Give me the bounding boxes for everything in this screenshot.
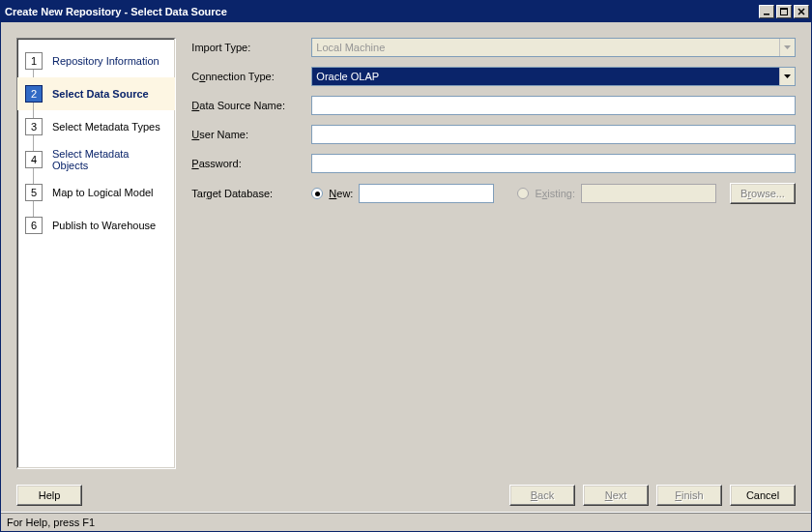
steps-sidebar: 1 Repository Information 2 Select Data S… — [16, 38, 176, 469]
connection-type-label: Connection Type: — [191, 71, 311, 82]
svg-rect-0 — [764, 14, 769, 15]
user-name-input[interactable] — [311, 125, 796, 144]
finish-button: Finish — [656, 485, 722, 506]
password-input[interactable] — [311, 154, 796, 173]
existing-db-input — [581, 184, 716, 203]
step-select-data-source[interactable]: 2 Select Data Source — [17, 77, 175, 110]
import-type-select: Local Machine — [311, 38, 796, 57]
connection-type-select[interactable]: Oracle OLAP — [311, 67, 796, 86]
help-button[interactable]: Help — [16, 485, 82, 506]
cancel-button[interactable]: Cancel — [730, 485, 796, 506]
titlebar: Create New Repository - Select Data Sour… — [1, 1, 811, 22]
form-panel: Import Type: Local Machine Connection Ty… — [191, 38, 796, 469]
button-bar: Help Back Next Finish Cancel — [1, 485, 811, 512]
data-source-name-label: Data Source Name: — [191, 100, 311, 111]
new-radio-label: New: — [329, 188, 353, 199]
step-label: Map to Logical Model — [52, 187, 154, 198]
connection-type-value: Oracle OLAP — [312, 68, 779, 85]
user-name-label: User Name: — [191, 129, 311, 140]
svg-rect-2 — [781, 9, 788, 11]
target-database-label: Target Database: — [191, 188, 311, 199]
new-radio[interactable] — [311, 188, 323, 199]
step-number: 3 — [25, 118, 43, 135]
step-number: 5 — [25, 184, 43, 201]
minimize-button[interactable] — [759, 5, 774, 18]
import-type-value: Local Machine — [312, 39, 779, 56]
data-source-name-input[interactable] — [311, 96, 796, 115]
close-button[interactable] — [794, 5, 809, 18]
step-number: 6 — [25, 217, 43, 234]
step-select-metadata-objects[interactable]: 4 Select Metadata Objects — [17, 143, 175, 176]
status-bar: For Help, press F1 — [1, 512, 811, 531]
existing-radio-group[interactable]: Existing: — [517, 188, 575, 199]
new-radio-group[interactable]: New: — [311, 188, 353, 199]
next-button: Next — [583, 485, 649, 506]
browse-button: Browse... — [730, 183, 796, 204]
content-area: 1 Repository Information 2 Select Data S… — [1, 22, 811, 485]
step-publish-to-warehouse[interactable]: 6 Publish to Warehouse — [17, 209, 175, 242]
dropdown-icon — [779, 39, 795, 56]
step-number: 4 — [25, 151, 43, 168]
back-button: Back — [509, 485, 575, 506]
step-label: Publish to Warehouse — [52, 220, 156, 231]
window-controls — [757, 5, 809, 18]
step-repository-information[interactable]: 1 Repository Information — [17, 44, 175, 77]
step-map-to-logical-model[interactable]: 5 Map to Logical Model — [17, 176, 175, 209]
step-label: Select Data Source — [52, 88, 149, 100]
existing-radio-label: Existing: — [535, 188, 575, 199]
svg-marker-5 — [784, 45, 791, 49]
step-select-metadata-types[interactable]: 3 Select Metadata Types — [17, 110, 175, 143]
wizard-window: Create New Repository - Select Data Sour… — [0, 0, 812, 532]
password-label: Password: — [191, 158, 311, 169]
step-label: Repository Information — [52, 55, 160, 67]
step-number: 2 — [25, 85, 43, 103]
maximize-button[interactable] — [776, 5, 792, 18]
status-text: For Help, press F1 — [7, 517, 95, 528]
step-label: Select Metadata Objects — [52, 148, 167, 171]
step-number: 1 — [25, 52, 43, 70]
existing-radio — [517, 188, 529, 199]
window-title: Create New Repository - Select Data Sour… — [5, 6, 227, 17]
svg-marker-6 — [784, 74, 791, 78]
new-db-input[interactable] — [359, 184, 494, 203]
import-type-label: Import Type: — [191, 42, 311, 53]
dropdown-icon[interactable] — [779, 68, 795, 85]
step-label: Select Metadata Types — [52, 121, 160, 133]
